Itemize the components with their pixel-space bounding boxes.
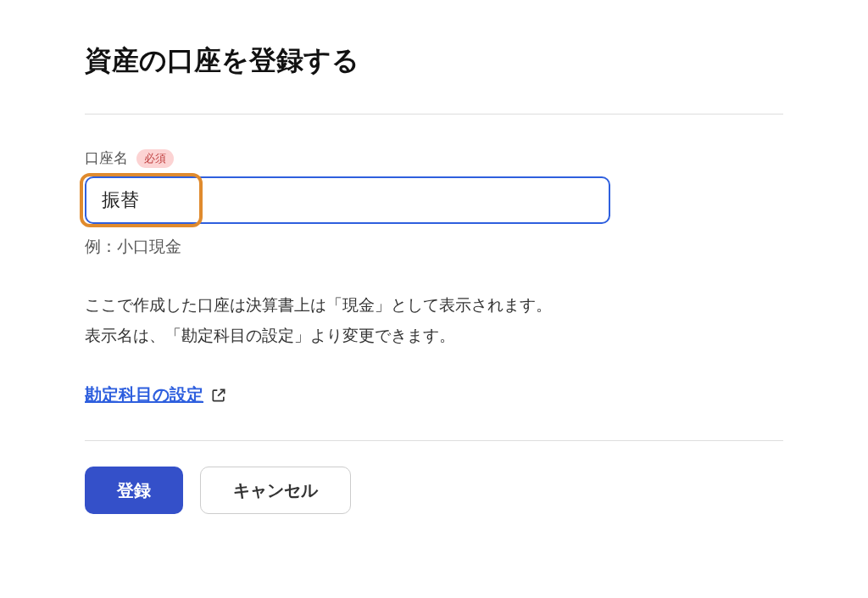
external-link-icon: [210, 387, 227, 404]
divider-top: [85, 114, 783, 115]
form-container: 資産の口座を登録する 口座名 必須 例：小口現金 ここで作成した口座は決算書上は…: [0, 0, 868, 548]
cancel-button[interactable]: キャンセル: [200, 467, 351, 514]
submit-button[interactable]: 登録: [85, 467, 183, 514]
account-name-label: 口座名: [85, 148, 128, 168]
label-row: 口座名 必須: [85, 148, 783, 168]
description-line-2: 表示名は、「勘定科目の設定」より変更できます。: [85, 321, 783, 351]
button-row: 登録 キャンセル: [85, 467, 783, 514]
description-block: ここで作成した口座は決算書上は「現金」として表示されます。 表示名は、「勘定科目…: [85, 290, 783, 351]
settings-link-row: 勘定科目の設定: [85, 383, 783, 406]
account-name-input[interactable]: [85, 176, 610, 224]
example-text: 例：小口現金: [85, 236, 783, 258]
required-badge: 必須: [136, 149, 174, 168]
account-settings-link[interactable]: 勘定科目の設定: [85, 383, 203, 406]
description-line-1: ここで作成した口座は決算書上は「現金」として表示されます。: [85, 290, 783, 321]
page-title: 資産の口座を登録する: [85, 42, 783, 80]
account-name-group: 口座名 必須 例：小口現金: [85, 148, 783, 258]
divider-bottom: [85, 440, 783, 441]
input-wrapper: [85, 176, 610, 224]
